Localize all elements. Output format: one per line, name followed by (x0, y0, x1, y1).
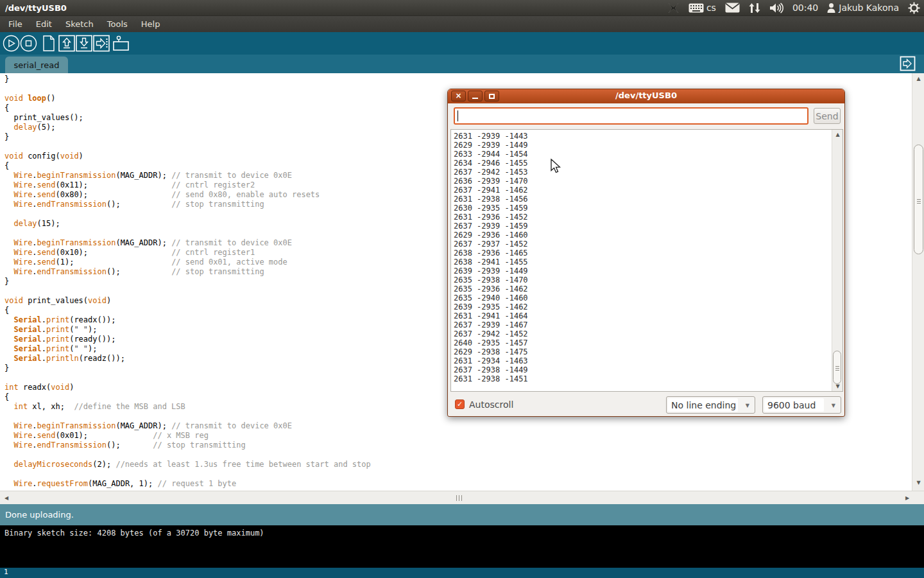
autoscroll-checkbox[interactable]: ✓ (455, 399, 465, 409)
line-ending-select[interactable]: No line ending ▼ (666, 396, 755, 414)
upload-button[interactable] (93, 35, 110, 52)
verify-button[interactable] (3, 35, 20, 52)
menu-item-help[interactable]: Help (141, 19, 160, 29)
toolbar (0, 32, 924, 55)
network-arrows-icon[interactable] (749, 3, 760, 13)
stop-button[interactable] (20, 35, 37, 52)
scroll-down-icon[interactable]: ▼ (832, 383, 843, 389)
open-sketch-button[interactable] (58, 35, 75, 52)
mail-icon[interactable] (725, 3, 740, 13)
user-icon (827, 3, 835, 13)
baud-value: 9600 baud (764, 398, 824, 412)
serial-monitor-window: × /dev/ttyUSB0 Send 2631 -2939 -1443 262… (447, 89, 845, 417)
keyboard-icon (689, 3, 704, 13)
top-panel: /dev/ttyUSB0 cs (0, 0, 924, 15)
baud-select[interactable]: 9600 baud ▼ (762, 396, 841, 414)
scroll-up-icon[interactable]: ▲ (912, 76, 924, 82)
scroll-up-icon[interactable]: ▲ (832, 132, 843, 137)
send-button[interactable]: Send (814, 108, 841, 124)
serial-input[interactable] (454, 107, 809, 125)
menu-item-tools[interactable]: Tools (107, 19, 128, 29)
tab-label: serial_read (13, 60, 59, 70)
save-sketch-button[interactable] (76, 35, 92, 52)
serial-scroll-thumb[interactable] (833, 351, 841, 384)
system-tray: cs 00:40 Jakub Kak (667, 0, 920, 15)
status-message: Done uploading. (5, 510, 74, 520)
user-name: Jakub Kakona (839, 3, 899, 13)
scroll-left-icon[interactable]: ◀ (3, 495, 10, 501)
session-gear-icon[interactable] (908, 2, 920, 14)
tab-serial-read[interactable]: serial_read (5, 57, 68, 73)
serial-monitor-button[interactable] (112, 35, 130, 52)
scroll-down-icon[interactable]: ▼ (912, 480, 924, 486)
serial-window-titlebar[interactable]: × /dev/ttyUSB0 (448, 89, 844, 103)
desktop: /dev/ttyUSB0 cs (0, 0, 924, 578)
mouse-cursor (551, 159, 561, 174)
tray-app-icon[interactable] (667, 3, 680, 13)
menubar: FileEditSketchToolsHelp (0, 15, 924, 32)
editor-vscrollbar[interactable]: ▲ ▼ (912, 73, 924, 491)
menu-item-edit[interactable]: Edit (36, 19, 52, 29)
tab-menu-icon[interactable] (900, 56, 916, 71)
line-ending-value: No line ending (668, 398, 738, 412)
keyboard-indicator[interactable]: cs (689, 3, 716, 13)
serial-window-title: /dev/ttyUSB0 (448, 91, 844, 100)
line-number: 1 (4, 568, 8, 576)
code-area: } void loop(){ print_values(); delay(5);… (4, 74, 371, 489)
editor-hscroll-thumb[interactable] (456, 495, 464, 501)
serial-output[interactable]: 2631 -2939 -1443 2629 -2939 -1449 2633 -… (450, 129, 843, 392)
editor-vscroll-thumb[interactable] (914, 144, 923, 254)
dropdown-arrow-icon: ▼ (832, 403, 835, 408)
panel-window-title: /dev/ttyUSB0 (5, 3, 67, 13)
console-text: Binary sketch size: 4208 bytes (of a 307… (4, 529, 264, 538)
editor-hscrollbar[interactable]: ◀ ▶ (0, 491, 924, 504)
check-icon: ✓ (457, 400, 463, 408)
text-caret (458, 110, 458, 121)
dropdown-arrow-icon: ▼ (746, 403, 749, 408)
serial-output-text: 2631 -2939 -1443 2629 -2939 -1449 2633 -… (454, 132, 528, 383)
scroll-right-icon[interactable]: ▶ (903, 495, 911, 501)
volume-icon[interactable] (769, 3, 783, 13)
menu-item-file[interactable]: File (8, 19, 22, 29)
build-console: Binary sketch size: 4208 bytes (of a 307… (0, 525, 924, 568)
keyboard-layout-code: cs (706, 3, 716, 13)
user-menu[interactable]: Jakub Kakona (827, 3, 899, 13)
clock[interactable]: 00:40 (792, 3, 818, 13)
serial-output-scrollbar[interactable]: ▲ ▼ (832, 130, 843, 391)
line-number-strip: 1 (0, 568, 924, 578)
new-sketch-button[interactable] (40, 35, 57, 52)
tabbar: serial_read (0, 55, 924, 73)
menu-item-sketch[interactable]: Sketch (65, 19, 94, 29)
autoscroll-label: Autoscroll (469, 399, 513, 410)
status-bar: Done uploading. (0, 504, 924, 525)
